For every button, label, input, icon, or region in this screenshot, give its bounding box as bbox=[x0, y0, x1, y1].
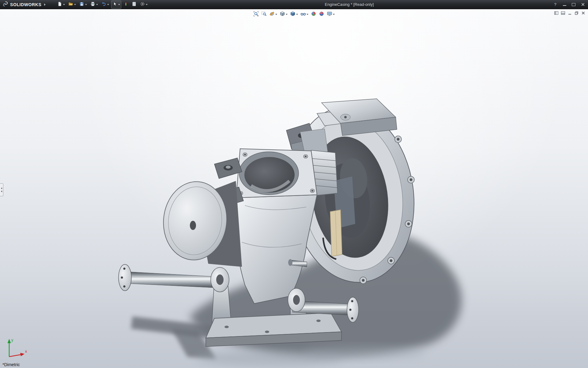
save-button[interactable] bbox=[78, 1, 88, 9]
file-properties-button[interactable] bbox=[130, 1, 138, 9]
view-settings-monitor-icon bbox=[327, 11, 332, 18]
solidworks-window: SOLIDWORKS bbox=[0, 0, 588, 368]
zoom-to-area-button[interactable] bbox=[261, 11, 267, 18]
left-shaft bbox=[119, 264, 229, 292]
titlebar: SOLIDWORKS bbox=[0, 0, 588, 9]
document-close-button[interactable] bbox=[581, 11, 586, 15]
app-brand-label: SOLIDWORKS bbox=[10, 2, 41, 7]
open-dropdown-icon[interactable] bbox=[74, 4, 76, 5]
hide-show-glasses-icon bbox=[300, 11, 306, 18]
view-orientation-button[interactable] bbox=[279, 11, 288, 18]
apply-scene-sphere-icon bbox=[319, 11, 324, 18]
help-button[interactable]: ? bbox=[552, 2, 558, 7]
print-icon bbox=[90, 2, 95, 8]
window-controls: ? bbox=[552, 0, 586, 9]
document-restore-button[interactable] bbox=[574, 11, 579, 15]
open-folder-icon bbox=[68, 2, 73, 8]
pane-split-horizontal-button[interactable] bbox=[561, 11, 565, 15]
apply-scene-button[interactable] bbox=[318, 11, 325, 18]
maximize-icon bbox=[572, 3, 575, 6]
zoom-to-fit-icon bbox=[253, 11, 259, 18]
reference-triad: y x bbox=[5, 336, 29, 361]
new-document-dropdown-icon[interactable] bbox=[63, 4, 65, 5]
view-orientation-dropdown-icon[interactable] bbox=[286, 14, 288, 15]
zoom-to-area-icon bbox=[261, 11, 267, 18]
edit-appearance-button[interactable] bbox=[310, 11, 317, 18]
solidworks-logo-icon bbox=[2, 1, 9, 8]
minimize-button[interactable] bbox=[562, 2, 567, 7]
hide-show-items-dropdown-icon[interactable] bbox=[307, 14, 308, 15]
options-dropdown-icon[interactable] bbox=[146, 4, 148, 5]
view-settings-dropdown-icon[interactable] bbox=[333, 14, 335, 15]
document-minimize-button[interactable] bbox=[567, 11, 572, 15]
hide-show-items-button[interactable] bbox=[300, 11, 309, 18]
feature-manager-collapsed-tab[interactable] bbox=[0, 183, 3, 196]
display-style-button[interactable] bbox=[289, 11, 299, 18]
view-orientation-label: *Dimetric bbox=[2, 362, 20, 367]
engine-casing-model[interactable] bbox=[0, 9, 588, 368]
view-orientation-cube-icon bbox=[280, 11, 285, 18]
display-style-icon bbox=[290, 11, 296, 18]
window-title: EngineCasing * [Read-only] bbox=[325, 2, 374, 7]
section-view-dropdown-icon[interactable] bbox=[275, 14, 277, 15]
triad-x-label: x bbox=[25, 349, 27, 354]
pane-split-vertical-button[interactable] bbox=[554, 11, 559, 15]
triad-y-label: y bbox=[11, 338, 13, 342]
open-button[interactable] bbox=[67, 1, 77, 9]
left-cover-disc bbox=[160, 178, 242, 267]
display-style-dropdown-icon[interactable] bbox=[296, 14, 298, 15]
undo-button[interactable] bbox=[100, 1, 110, 9]
print-dropdown-icon[interactable] bbox=[96, 4, 98, 5]
rebuild-traffic-light-icon bbox=[123, 2, 128, 8]
section-view-icon bbox=[269, 11, 275, 18]
new-document-button[interactable] bbox=[56, 1, 66, 9]
file-properties-icon bbox=[132, 2, 137, 8]
chevron-left-icon bbox=[1, 190, 2, 192]
titlebar-toolbar bbox=[56, 1, 149, 9]
section-view-button[interactable] bbox=[269, 11, 278, 18]
options-button[interactable] bbox=[139, 1, 149, 9]
save-floppy-icon bbox=[79, 2, 84, 8]
app-brand: SOLIDWORKS bbox=[0, 1, 48, 8]
maximize-button[interactable] bbox=[571, 2, 576, 7]
select-button[interactable] bbox=[111, 1, 121, 9]
select-dropdown-icon[interactable] bbox=[118, 4, 120, 5]
options-gear-icon bbox=[140, 2, 145, 8]
edit-appearance-ball-icon bbox=[311, 11, 316, 18]
menu-expand-icon[interactable] bbox=[44, 3, 46, 6]
select-cursor-icon bbox=[112, 2, 117, 8]
headsup-view-toolbar bbox=[253, 11, 335, 18]
document-window-controls bbox=[554, 11, 586, 15]
save-dropdown-icon[interactable] bbox=[85, 4, 87, 5]
new-document-icon bbox=[57, 2, 62, 8]
graphics-viewport[interactable]: y x *Dimetric bbox=[0, 9, 588, 368]
zoom-to-fit-button[interactable] bbox=[253, 11, 259, 18]
view-settings-button[interactable] bbox=[326, 11, 335, 18]
undo-dropdown-icon[interactable] bbox=[107, 4, 109, 5]
minimize-icon bbox=[563, 5, 566, 6]
print-button[interactable] bbox=[89, 1, 99, 9]
rebuild-button[interactable] bbox=[122, 1, 130, 9]
close-button[interactable] bbox=[580, 2, 586, 7]
undo-arrow-icon bbox=[101, 2, 106, 8]
chevron-left-icon bbox=[1, 187, 2, 189]
